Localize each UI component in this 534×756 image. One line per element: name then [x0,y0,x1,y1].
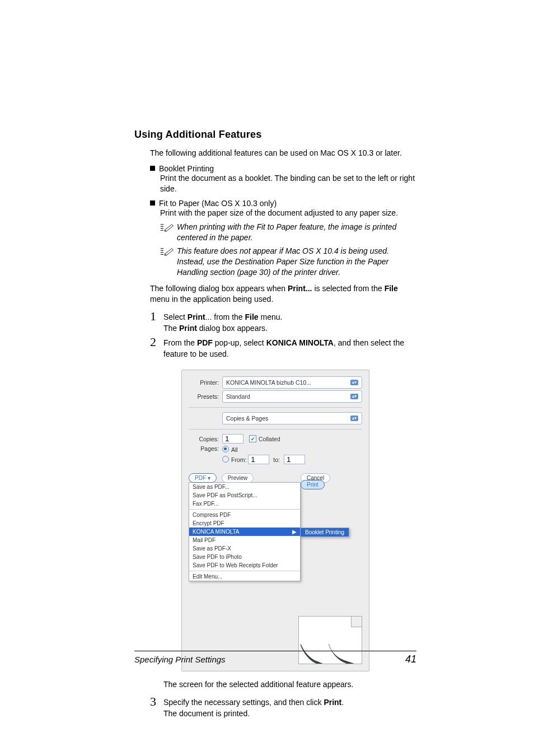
preview-button[interactable]: Preview [222,473,254,483]
feature-desc: Print with the paper size of the documen… [160,208,416,218]
bold-text: PDF [197,338,213,347]
submenu: Booklet Printing [300,528,349,537]
menu-item[interactable]: Mail PDF [189,536,300,544]
menu-item[interactable]: Save PDF to Web Receipts Folder [189,561,300,570]
step-body: From the PDF pop-up, select KONICA MINOL… [163,336,416,360]
printer-select[interactable]: KONICA MINOLTA bizhub C10... ▴▾ [222,376,362,389]
text: The document is printed. [163,709,250,718]
intro-text: The following additional features can be… [150,148,416,157]
step-body: Specify the necessary settings, and then… [163,696,416,719]
text: dialog box appears. [197,324,268,333]
section-heading: Using Additional Features [134,129,416,141]
text: The [163,324,179,333]
footer-title: Specifying Print Settings [134,655,226,664]
menu-item[interactable]: Save PDF to iPhoto [189,553,300,561]
bullet-square-icon [150,200,155,206]
step-number: 2 [150,336,163,360]
pages-range-row: From: to: [222,455,305,464]
radio-off-icon[interactable] [222,456,229,463]
feature-desc: Print the document as a booklet. The bin… [160,173,416,194]
chevron-updown-icon: ▴▾ [350,380,358,385]
text: From the [163,338,197,347]
menu-item[interactable]: Save PDF as PostScript... [189,491,300,500]
select-value: KONICA MINOLTA bizhub C10... [226,379,311,386]
bold-text: Print... [288,284,312,293]
submenu-item-booklet-printing[interactable]: Booklet Printing [301,528,349,536]
bold-text: Print [188,312,205,321]
chevron-right-icon: ▶ [292,529,297,535]
document-page: Using Additional Features The following … [0,0,534,756]
step-number: 1 [150,310,163,334]
footer-page-number: 41 [405,654,416,665]
divider [189,407,362,408]
collated-checkbox[interactable]: ✔ Collated [249,435,280,442]
text: The following dialog box appears when [150,284,288,293]
chevron-updown-icon: ▴▾ [350,394,358,399]
from-input[interactable] [248,455,269,464]
page-footer: Specifying Print Settings 41 [134,651,416,665]
pages-label: Pages: [189,445,222,452]
note-pen-icon [160,246,177,278]
pdf-popup-button[interactable]: PDF ▾ [189,473,217,483]
step-intermission: The screen for the selected additional f… [163,679,416,690]
select-value: Copies & Pages [226,415,268,422]
step-2: 2 From the PDF pop-up, select KONICA MIN… [150,336,416,360]
note-text: When printing with the Fit to Paper feat… [177,222,416,243]
pdf-menu: Save as PDF... Save PDF as PostScript...… [189,482,301,581]
text: menu in the application being used. [150,295,273,304]
steps-list: 1 Select Print... from the File menu. Th… [150,310,416,360]
bold-text: Print [179,324,197,333]
text: is selected from the [312,284,385,293]
pages-all-radio[interactable]: All [222,445,305,453]
dialog-intro-text: The following dialog box appears when Pr… [150,283,416,305]
step-1: 1 Select Print... from the File menu. Th… [150,310,416,334]
print-dialog: Printer: KONICA MINOLTA bizhub C10... ▴▾… [181,370,369,671]
presets-select[interactable]: Standard ▴▾ [222,390,362,403]
text: Select [163,312,188,321]
menu-item[interactable]: Save as PDF-X [189,544,300,553]
text: ... from the [205,312,245,321]
bold-text: Print [324,698,341,707]
bold-text: File [385,284,398,293]
menu-separator [189,571,300,571]
bold-text: KONICA MINOLTA [266,338,334,347]
pdf-popup-row: PDF ▾ Preview [189,474,301,481]
menu-item[interactable]: Edit Menu... [189,572,300,581]
menu-item[interactable]: Encrypt PDF [189,519,300,528]
presets-label: Presets: [189,393,222,400]
page-fold-icon [351,617,362,627]
menu-item[interactable]: Fax PDF... [189,500,300,508]
to-input[interactable] [284,455,305,464]
step-3: 3 Specify the necessary settings, and th… [150,696,416,719]
chevron-updown-icon: ▴▾ [350,416,358,421]
radio-on-icon [222,446,229,452]
radio-label: All [231,446,238,453]
text: Specify the necessary settings, and then… [163,698,324,707]
text: pop-up, select [213,338,266,347]
note: When printing with the Fit to Paper feat… [160,222,416,243]
feature-list: Booklet Printing Print the document as a… [150,164,416,278]
print-dialog-screenshot: Printer: KONICA MINOLTA bizhub C10... ▴▾… [134,370,416,671]
bold-text: File [245,312,259,321]
feature-item-booklet: Booklet Printing Print the document as a… [150,164,416,194]
menu-label: KONICA MINOLTA [193,529,240,535]
section-select[interactable]: Copies & Pages ▴▾ [222,412,362,424]
copies-input[interactable] [222,434,243,444]
print-button[interactable]: Print [301,480,325,489]
text: . [341,698,344,707]
menu-item[interactable]: Compress PDF [189,511,300,519]
printer-label: Printer: [189,379,222,386]
checkbox-check-icon: ✔ [249,435,256,442]
menu-separator [189,509,300,510]
note-text: This feature does not appear if Mac OS X… [177,246,416,278]
step-body: Select Print... from the File menu. The … [163,310,416,334]
menu-item[interactable]: Save as PDF... [189,483,300,491]
step-number: 3 [150,696,163,719]
note: This feature does not appear if Mac OS X… [160,246,416,278]
divider [189,429,362,430]
to-label: to: [273,456,280,463]
note-pen-icon [160,222,177,243]
menu-item-konica-minolta[interactable]: KONICA MINOLTA ▶ [189,528,300,536]
from-label: From: [231,456,246,463]
feature-item-fit-to-paper: Fit to Paper (Mac OS X 10.3 only) Print … [150,199,416,278]
